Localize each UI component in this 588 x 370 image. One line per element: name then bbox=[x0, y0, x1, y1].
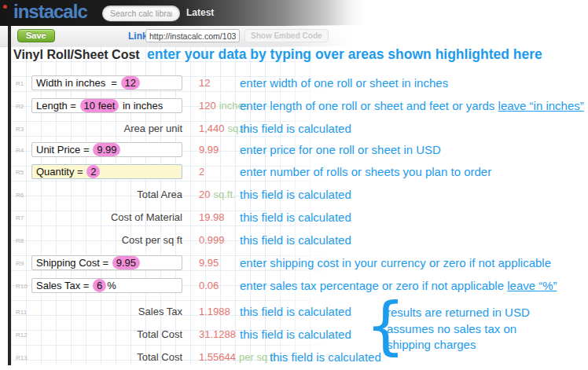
formula-text: Length = bbox=[36, 100, 79, 112]
calc-row-r3: R3Area per unit1,440sq.inthis field is c… bbox=[0, 121, 588, 137]
formula-text: Width in inches = bbox=[36, 77, 120, 89]
search-input[interactable] bbox=[102, 5, 180, 21]
result-cell: 1.1988 bbox=[199, 304, 230, 319]
brace-note: results are returned in USD assumes no s… bbox=[387, 305, 530, 354]
calc-row-r7: R7Cost of Material19.98this field is cal… bbox=[0, 210, 588, 225]
result-value: 19.98 bbox=[199, 211, 225, 223]
save-button[interactable]: Save bbox=[17, 29, 55, 42]
annotation-underline: leave “%” bbox=[507, 279, 557, 292]
annotation-note: this field is calculated bbox=[270, 350, 381, 365]
row-number: R11 bbox=[16, 309, 27, 316]
brace-note-line: assumes no sales tax on bbox=[387, 321, 530, 338]
result-cell: 31.1288 bbox=[199, 327, 236, 342]
result-value: 1.55644 bbox=[199, 351, 236, 363]
result-cell: 0.999 bbox=[199, 233, 225, 247]
formula-text: in inches bbox=[119, 100, 163, 112]
result-value: 0.999 bbox=[199, 234, 225, 246]
result-value: 9.95 bbox=[199, 257, 219, 269]
calc-row-r4: R4Unit Price = 9.999.99enter price for o… bbox=[0, 142, 588, 158]
calc-row-r8: R8Cost per sq ft0.999this field is calcu… bbox=[0, 233, 588, 248]
formula-text: Quantity = bbox=[36, 166, 86, 178]
result-value: 0.06 bbox=[199, 280, 219, 291]
result-cell: 1.55644per sq ft bbox=[199, 350, 276, 365]
computed-label: Total Cost bbox=[31, 327, 182, 342]
row-number: R1 bbox=[16, 80, 24, 87]
annotation-note: this field is calculated bbox=[240, 121, 351, 136]
result-value: 9.99 bbox=[199, 144, 219, 156]
annotation-note: this field is calculated bbox=[240, 187, 351, 202]
instacalc-logo: instacalc bbox=[13, 1, 87, 23]
brace-note-line: shipping charges bbox=[387, 337, 530, 354]
result-value: 20 bbox=[199, 189, 210, 200]
computed-label: Total Cost bbox=[31, 350, 182, 365]
annotation-heading: enter your data by typing over areas sho… bbox=[147, 46, 542, 63]
calc-row-r9: R9Shipping Cost = 9.959.95enter shipping… bbox=[0, 255, 588, 271]
formula-input-r2[interactable]: Length = 10 feet in inches bbox=[31, 98, 182, 113]
result-value: 12 bbox=[199, 77, 210, 89]
row-number: R3 bbox=[16, 126, 24, 133]
calc-row-r1: R1Width in inches = 1212enter width of o… bbox=[0, 75, 588, 91]
share-url-input[interactable] bbox=[145, 29, 240, 42]
annotation-note: this field is calculated bbox=[240, 304, 351, 319]
formula-input-r4[interactable]: Unit Price = 9.99 bbox=[31, 142, 182, 157]
result-cell: 12 bbox=[199, 75, 210, 90]
formula-text: Unit Price = bbox=[36, 144, 92, 156]
row-number: R13 bbox=[16, 354, 28, 361]
site-header: instacalc Latest bbox=[0, 0, 369, 26]
highlighted-value: 9.95 bbox=[112, 256, 140, 269]
calc-row-r6: R6Total Area20sq.ft.this field is calcul… bbox=[0, 187, 588, 203]
result-cell: 0.06 bbox=[199, 278, 219, 293]
row-number: R6 bbox=[16, 192, 24, 199]
formula-text: Sales Tax = bbox=[36, 280, 92, 291]
computed-label: Cost per sq ft bbox=[31, 233, 182, 247]
latest-link[interactable]: Latest bbox=[186, 7, 214, 18]
logo-dot-icon bbox=[3, 5, 7, 9]
row-number: R2 bbox=[16, 103, 24, 110]
computed-label: Total Area bbox=[31, 187, 182, 202]
row-number: R8 bbox=[16, 237, 24, 244]
calc-row-r5: R5Quantity = 22enter number of rolls or … bbox=[0, 164, 588, 180]
formula-input-r1[interactable]: Width in inches = 12 bbox=[31, 75, 182, 90]
annotation-note: enter shipping cost in your currency or … bbox=[240, 255, 551, 270]
annotation-note: enter length of one roll or sheet and fe… bbox=[240, 98, 584, 113]
result-cell: 19.98 bbox=[199, 210, 225, 225]
annotation-underline: leave “in inches” bbox=[498, 99, 584, 112]
calc-row-r2: R2Length = 10 feet in inches120inchesent… bbox=[0, 98, 588, 114]
formula-text: % bbox=[107, 280, 116, 291]
highlighted-value: 10 feet bbox=[80, 99, 119, 112]
result-value: 120 bbox=[199, 100, 216, 112]
highlighted-value: 9.99 bbox=[93, 143, 120, 156]
formula-input-r9[interactable]: Shipping Cost = 9.95 bbox=[31, 255, 182, 270]
page-title: Vinyl Roll/Sheet Cost bbox=[13, 48, 140, 62]
row-number: R12 bbox=[16, 332, 28, 339]
formula-text: Shipping Cost = bbox=[36, 257, 112, 269]
highlighted-value: 6 bbox=[93, 279, 106, 292]
row-number: R9 bbox=[16, 260, 24, 267]
row-number: R7 bbox=[16, 214, 24, 222]
highlighted-value: 12 bbox=[121, 76, 140, 90]
annotation-note: this field is calculated bbox=[240, 233, 351, 247]
result-cell: 2 bbox=[199, 164, 204, 179]
formula-input-r10[interactable]: Sales Tax = 6% bbox=[31, 278, 182, 293]
app-window: instacalc Latest Save Link Show Embed Co… bbox=[0, 0, 588, 370]
result-unit: sq.ft. bbox=[213, 189, 235, 200]
annotation-note: enter width of one roll or sheet in inch… bbox=[240, 75, 448, 90]
result-cell: 9.99 bbox=[199, 142, 219, 157]
highlighted-value: 2 bbox=[86, 165, 100, 178]
result-value: 1,440 bbox=[199, 123, 225, 134]
result-value: 1.1988 bbox=[199, 306, 230, 317]
annotation-note: enter number of rolls or sheets you plan… bbox=[240, 164, 491, 179]
result-cell: 9.95 bbox=[199, 255, 219, 270]
calc-row-r10: R10Sales Tax = 6%0.06enter sales tax per… bbox=[0, 278, 588, 294]
result-value: 2 bbox=[199, 166, 204, 178]
link-label[interactable]: Link bbox=[128, 31, 148, 42]
computed-label: Sales Tax bbox=[31, 304, 182, 319]
result-cell: 20sq.ft. bbox=[199, 187, 236, 202]
brace-note-line: results are returned in USD bbox=[387, 305, 530, 321]
annotation-note: enter price for one roll or sheet in USD bbox=[240, 142, 441, 157]
result-value: 31.1288 bbox=[199, 328, 236, 340]
computed-label: Cost of Material bbox=[31, 210, 182, 225]
formula-input-r5[interactable]: Quantity = 2 bbox=[31, 164, 182, 179]
row-number: R10 bbox=[16, 283, 28, 290]
show-embed-code-button[interactable]: Show Embed Code bbox=[244, 29, 329, 42]
